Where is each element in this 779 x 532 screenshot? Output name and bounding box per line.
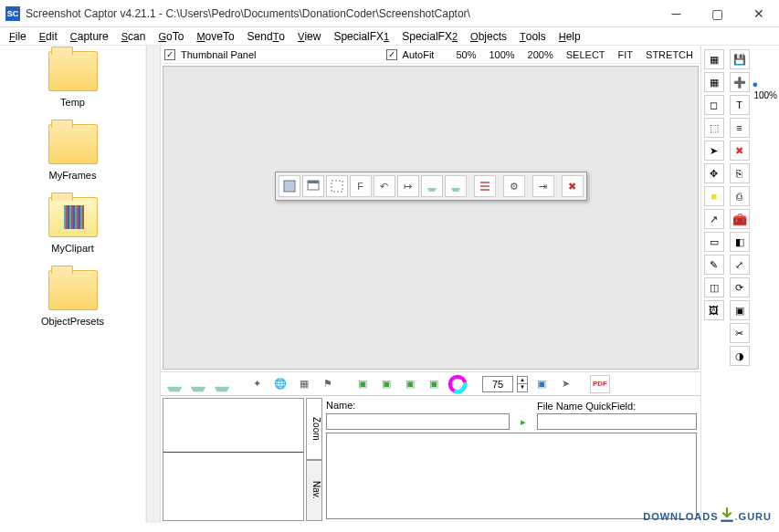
arrow-icon[interactable]: ↗ (704, 209, 724, 229)
pdf-icon[interactable]: PDF (590, 375, 610, 393)
crosshair-line (163, 452, 303, 453)
autofit-label: AutoFit (403, 49, 435, 60)
plus-red-icon[interactable]: ➕ (730, 72, 750, 92)
select-region-icon[interactable] (326, 175, 348, 197)
fit-screen-icon[interactable]: ▣ (532, 375, 552, 393)
folder-label: MyClipart (51, 243, 93, 254)
zoom-spinner[interactable]: ▲▼ (517, 376, 528, 392)
menu-objects[interactable]: Objects (465, 29, 512, 44)
overlay-icon[interactable]: ◫ (704, 277, 724, 297)
quickfield-input[interactable] (537, 413, 697, 430)
menu-edit[interactable]: Edit (34, 29, 63, 44)
border1-icon[interactable]: ▣ (353, 375, 373, 393)
name-action-icon[interactable]: ▸ (513, 412, 533, 431)
border2-icon[interactable]: ▣ (376, 375, 396, 393)
move-icon[interactable]: ✥ (704, 163, 724, 183)
redo-icon[interactable]: ↦ (397, 175, 419, 197)
save-icon[interactable]: 💾 (730, 49, 750, 69)
flag-icon[interactable]: ⚑ (318, 375, 338, 393)
color-icon[interactable]: ◑ (730, 346, 750, 366)
watermark-left: DOWNLOADS (643, 511, 718, 522)
menu-scan[interactable]: Scan (116, 29, 152, 44)
zoom-200[interactable]: 200% (524, 49, 557, 60)
canvas-area[interactable]: F↶↦⚙⇥✖ (163, 66, 699, 370)
scanner2-icon[interactable] (188, 375, 208, 393)
crop-icon[interactable]: ◻ (704, 95, 724, 115)
scanner-icon[interactable] (421, 175, 443, 197)
name-input[interactable] (326, 413, 510, 430)
image-icon[interactable]: 🖼 (704, 300, 724, 320)
mode-select[interactable]: SELECT (563, 49, 609, 60)
tab-zoom[interactable]: Zoom (306, 398, 322, 460)
menu-capture[interactable]: Capture (65, 29, 114, 44)
folder-icon (48, 270, 98, 310)
layers-icon[interactable]: ≡ (730, 118, 750, 138)
print-icon[interactable]: ⎙ (730, 186, 750, 206)
menu-file[interactable]: File (4, 29, 32, 44)
menu-view[interactable]: View (292, 29, 326, 44)
border4-icon[interactable]: ▣ (424, 375, 444, 393)
zoom-input[interactable] (482, 376, 513, 392)
menu-moveto[interactable]: MoveTo (191, 29, 239, 44)
grid-icon[interactable]: ▦ (294, 375, 314, 393)
mode-stretch[interactable]: STRETCH (642, 49, 697, 60)
text-tool-icon[interactable]: T (730, 95, 750, 115)
folder-myframes[interactable]: MyFrames (48, 124, 98, 181)
undo-icon[interactable]: ↶ (374, 175, 395, 197)
crop-sel-icon[interactable]: ⬚ (704, 118, 724, 138)
text-box-icon[interactable]: ▭ (704, 232, 724, 252)
rect-yellow-icon[interactable]: ■ (704, 186, 724, 206)
name-label: Name: (326, 400, 533, 411)
thumbnail-checkbox[interactable]: ✓ (164, 49, 175, 60)
scanner3-icon[interactable] (212, 375, 232, 393)
notes-textarea[interactable] (326, 433, 697, 519)
cursor-icon[interactable]: ➤ (704, 141, 724, 161)
rotate-icon[interactable]: ⟳ (730, 277, 750, 297)
sparkle-icon[interactable]: ✦ (247, 375, 267, 393)
menu-specialfx2[interactable]: SpecialFX2 (396, 29, 463, 44)
watermark: DOWNLOADS.GURU (643, 506, 772, 525)
border3-icon[interactable]: ▣ (400, 375, 420, 393)
grid-icon[interactable]: ▦ (704, 72, 724, 92)
globe-icon[interactable]: 🌐 (270, 375, 290, 393)
menu-goto[interactable]: GoTo (153, 29, 189, 44)
folder-objectpresets[interactable]: ObjectPresets (41, 270, 104, 327)
maximize-button[interactable]: ▢ (697, 0, 738, 27)
slider-thumb-icon[interactable]: ● (752, 78, 758, 89)
crop2-icon[interactable]: ✂ (730, 323, 750, 343)
exit-icon[interactable]: ⇥ (532, 175, 554, 197)
sidebar-scrollbar[interactable] (146, 46, 161, 523)
colorwheel-icon[interactable] (447, 375, 468, 393)
list-icon[interactable] (474, 175, 496, 197)
zoom-50[interactable]: 50% (452, 49, 479, 60)
window-icon[interactable] (302, 175, 324, 197)
autofit-checkbox[interactable]: ✓ (386, 49, 397, 60)
menu-help[interactable]: Help (553, 29, 586, 44)
region-icon[interactable] (279, 175, 300, 197)
minimize-button[interactable]: ─ (656, 0, 697, 27)
cursor-icon[interactable]: ➤ (555, 375, 575, 393)
copy-icon[interactable]: ⎘ (730, 163, 750, 183)
scanner1-icon[interactable] (164, 375, 184, 393)
folder-temp[interactable]: Temp (48, 51, 98, 108)
camera-icon[interactable] (445, 175, 467, 197)
fixed-icon[interactable]: F (350, 175, 372, 197)
marker-icon[interactable]: ✎ (704, 255, 724, 275)
gear-icon[interactable]: ⚙ (503, 175, 525, 197)
toolbox-icon[interactable]: 🧰 (730, 209, 750, 229)
mode-fit[interactable]: FIT (615, 49, 637, 60)
menu-tools[interactable]: Tools (514, 29, 552, 44)
delete-icon[interactable]: ✖ (562, 175, 584, 197)
clear-icon[interactable]: ✖ (730, 141, 750, 161)
zoom-100[interactable]: 100% (485, 49, 518, 60)
grid-icon[interactable]: ▦ (704, 49, 724, 69)
tab-nav[interactable]: Nav. (306, 460, 322, 522)
folder-myclipart[interactable]: MyClipart (48, 197, 98, 254)
resize-icon[interactable]: ⤢ (730, 255, 750, 275)
menu-sendto[interactable]: SendTo (242, 29, 290, 44)
rect-dots-icon[interactable]: ▣ (730, 300, 750, 320)
close-button[interactable]: ✕ (738, 0, 779, 27)
right-toolbars: ▦▦◻⬚➤✥■↗▭✎◫🖼 💾➕T≡✖⎘⎙🧰◧⤢⟳▣✂◑ ● 100% (700, 46, 779, 523)
coloradj-icon[interactable]: ◧ (730, 232, 750, 252)
menu-specialfx1[interactable]: SpecialFX1 (328, 29, 395, 44)
